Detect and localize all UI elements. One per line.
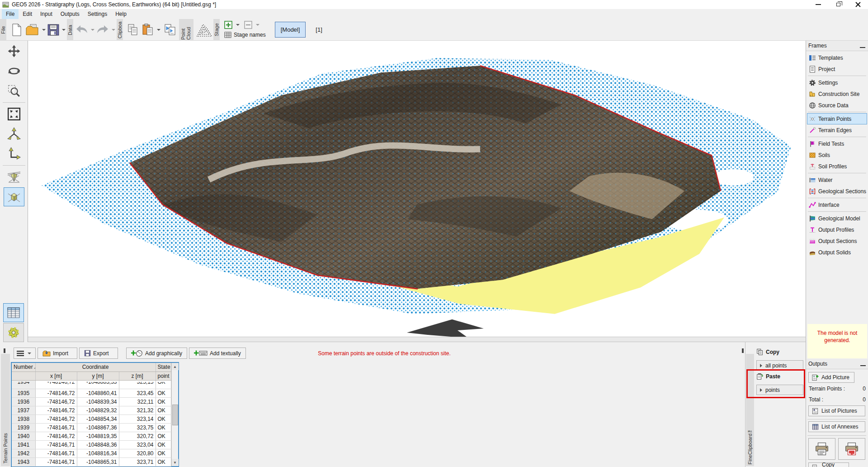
fit-to-view-button[interactable] xyxy=(4,105,24,124)
paste-points-button[interactable]: points xyxy=(756,385,803,395)
stage-names-toggle[interactable]: Stage names xyxy=(224,30,266,40)
terrain-points-table[interactable]: Number Coordinate State x [m] y [m] z [m… xyxy=(11,362,179,467)
coordinate-column-header[interactable]: Coordinate xyxy=(35,363,156,372)
frame-item-terrain-points[interactable]: Terrain Points xyxy=(807,113,867,124)
scroll-thumb[interactable] xyxy=(172,405,178,425)
table-row[interactable]: 1942 -748146,71 -1048816,34 320,80 OK xyxy=(12,449,171,457)
frame-item-geological-sections[interactable]: Geological Sections xyxy=(807,186,867,197)
paste-button[interactable] xyxy=(142,20,162,39)
copy-all-points-button[interactable]: all points xyxy=(756,360,803,371)
horizontal-splitter[interactable] xyxy=(28,337,806,342)
stage-1-tab[interactable]: [1] xyxy=(316,26,322,33)
frame-item-settings[interactable]: Settings xyxy=(807,77,867,88)
frame-item-terrain-edges[interactable]: Terrain Edges xyxy=(807,124,867,136)
table-row[interactable]: 1935 -748146,72 -1048860,41 323,45 OK xyxy=(12,389,171,397)
open-file-button[interactable] xyxy=(25,20,47,39)
frame-item-interface[interactable]: Interface xyxy=(807,199,867,210)
frame-item-field-tests[interactable]: Field Tests xyxy=(807,138,867,149)
frame-grip[interactable] xyxy=(742,348,744,353)
table-row[interactable]: 1936 -748146,72 -1048839,34 322,11 OK xyxy=(12,397,171,406)
menu-outputs[interactable]: Outputs xyxy=(57,9,84,19)
axonometry-tool-button[interactable] xyxy=(4,124,24,143)
paste-dropdown-caret[interactable] xyxy=(157,29,160,31)
frame-item-soil-profiles[interactable]: Soil Profiles xyxy=(807,161,867,172)
scroll-down-button[interactable]: ▼ xyxy=(172,459,179,466)
menu-edit[interactable]: Edit xyxy=(19,9,36,19)
close-button[interactable] xyxy=(848,0,868,9)
export-button[interactable]: Export xyxy=(79,348,118,359)
table-header-row[interactable]: Number Coordinate State xyxy=(12,363,171,372)
add-textually-button[interactable]: Add textually xyxy=(189,348,246,359)
menu-settings[interactable]: Settings xyxy=(84,9,111,19)
perspective-view-button[interactable] xyxy=(4,167,24,186)
x-column-header[interactable]: x [m] xyxy=(35,372,77,380)
point-cloud-button[interactable] xyxy=(195,20,213,39)
frame-item-output-sections[interactable]: Output Sections xyxy=(807,235,867,247)
table-scrollbar[interactable]: ▲ ▼ xyxy=(171,363,178,466)
number-column-header[interactable]: Number xyxy=(12,363,35,372)
save-dropdown-caret[interactable] xyxy=(62,29,66,31)
rotate-tool-button[interactable] xyxy=(4,62,24,81)
table-menu-button[interactable] xyxy=(14,348,36,359)
table-row[interactable]: 1941 -748146,71 -1048848,36 323,04 OK xyxy=(12,440,171,449)
paste-special-button[interactable] xyxy=(162,20,179,39)
table-view-button[interactable] xyxy=(3,303,24,322)
remove-stage-dropdown-caret[interactable] xyxy=(256,24,259,26)
outputs-minimize-button[interactable] xyxy=(860,362,866,366)
frame-item-soils[interactable]: Soils xyxy=(807,149,867,161)
remove-stage-button[interactable] xyxy=(244,21,252,29)
frame-item-project[interactable]: Project xyxy=(807,63,867,75)
y-column-header[interactable]: y [m] xyxy=(77,372,119,380)
table-row[interactable]: 1940 -748146,72 -1048819,35 320,72 OK xyxy=(12,432,171,440)
redo-button[interactable] xyxy=(96,20,117,39)
zoom-window-tool-button[interactable] xyxy=(4,81,24,100)
new-file-button[interactable] xyxy=(8,20,25,39)
copy-button[interactable] xyxy=(125,20,142,39)
scroll-up-button[interactable]: ▲ xyxy=(172,363,179,370)
add-picture-button[interactable]: Add Picture xyxy=(808,372,854,383)
minimize-button[interactable] xyxy=(808,0,828,9)
front-view-tool-button[interactable] xyxy=(4,144,24,163)
view-settings-button[interactable] xyxy=(3,323,24,342)
frame-item-water[interactable]: Water xyxy=(807,174,867,186)
print-log-button[interactable] xyxy=(808,438,835,460)
add-stage-dropdown-caret[interactable] xyxy=(236,24,240,26)
save-file-button[interactable] xyxy=(47,20,67,39)
frame-item-templates[interactable]: Templates xyxy=(807,52,867,63)
import-button[interactable]: Import xyxy=(38,348,77,359)
frames-minimize-button[interactable] xyxy=(860,43,865,48)
frame-grip[interactable] xyxy=(4,348,5,353)
add-stage-button[interactable] xyxy=(224,21,232,29)
print-picture-button[interactable] xyxy=(838,438,865,460)
table-row[interactable]: 1934 -748146,72 -1048883,33 325,15 OK xyxy=(12,380,171,389)
list-of-annexes-button[interactable]: List of Annexes xyxy=(808,421,865,432)
add-graphically-button[interactable]: Add graphically xyxy=(126,348,187,359)
model-stage-button[interactable]: [Model] xyxy=(275,22,306,38)
point-column-header[interactable]: point xyxy=(156,372,171,380)
restore-button[interactable] xyxy=(828,0,848,9)
table-row[interactable]: 1943 -748146,71 -1048865,31 323,71 OK xyxy=(12,457,171,466)
frame-item-output-solids[interactable]: Output Solids xyxy=(807,247,867,258)
frame-item-output-profiles[interactable]: Output Profiles xyxy=(807,224,867,235)
table-row[interactable]: 1938 -748146,72 -1048854,34 323,14 OK xyxy=(12,415,171,423)
open-dropdown-caret[interactable] xyxy=(42,29,46,31)
list-of-pictures-button[interactable]: List of Pictures xyxy=(808,405,865,416)
frame-item-construction-site[interactable]: Construction Site xyxy=(807,88,867,100)
table-row[interactable]: 1939 -748146,71 -1048867,36 323,75 OK xyxy=(12,423,171,432)
menu-file[interactable]: File xyxy=(2,9,19,19)
menu-input[interactable]: Input xyxy=(36,9,57,19)
undo-button[interactable] xyxy=(75,20,96,39)
redo-dropdown-caret[interactable] xyxy=(112,29,115,31)
frame-item-source-data[interactable]: Source Data xyxy=(807,100,867,111)
table-row[interactable]: 1937 -748146,72 -1048829,32 321,32 OK xyxy=(12,406,171,415)
pan-tool-button[interactable] xyxy=(4,42,24,61)
model-3d-viewport[interactable] xyxy=(28,41,806,337)
axonometric-view-button[interactable] xyxy=(4,187,24,206)
table-subheader-row[interactable]: x [m] y [m] z [m] point xyxy=(12,372,171,380)
menu-help[interactable]: Help xyxy=(111,9,131,19)
copy-view-button[interactable]: Copy view xyxy=(808,462,849,467)
z-column-header[interactable]: z [m] xyxy=(119,372,156,380)
frame-item-geological-model[interactable]: Geological Model xyxy=(807,213,867,224)
undo-dropdown-caret[interactable] xyxy=(91,29,94,31)
state-column-header[interactable]: State xyxy=(156,363,171,372)
